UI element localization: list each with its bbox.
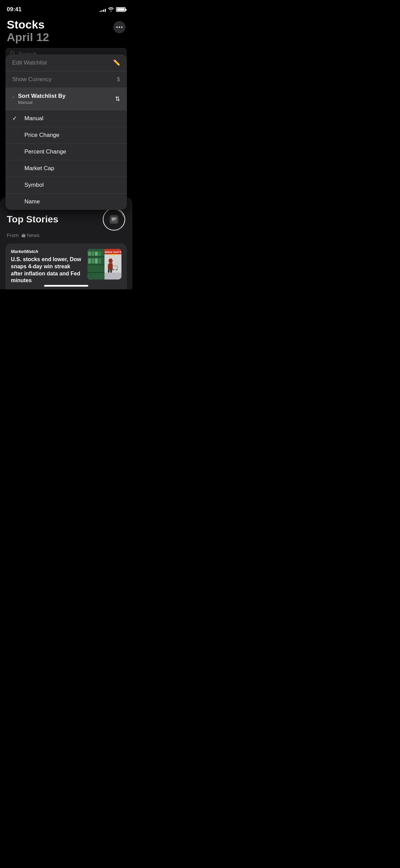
dropdown-menu: Edit Watchlist ✏️ Show Currency $ ˅ Sort… [5, 54, 127, 210]
app-title: Stocks [7, 18, 49, 31]
svg-rect-17 [95, 258, 98, 264]
svg-rect-11 [88, 252, 91, 256]
option-label: Name [24, 198, 40, 205]
sort-option-name[interactable]: Name [5, 194, 127, 210]
sort-current-label: Manual [18, 100, 65, 105]
sort-option-market-cap[interactable]: Market Cap [5, 160, 127, 177]
home-bar [44, 285, 88, 287]
show-currency-item[interactable]: Show Currency $ [5, 71, 127, 88]
currency-icon: $ [117, 76, 120, 83]
news-image: WHOA THAT'S LOW! [88, 249, 121, 279]
signal-icon [100, 7, 106, 12]
option-label: Market Cap [24, 165, 54, 172]
svg-rect-22 [108, 264, 110, 269]
svg-rect-16 [92, 258, 94, 264]
svg-text:WHOA THAT'S: WHOA THAT'S [105, 251, 121, 253]
sort-option-percent-change[interactable]: Percent Change [5, 144, 127, 160]
svg-rect-8 [88, 256, 104, 257]
edit-watchlist-icon: ✏️ [113, 59, 120, 66]
sort-arrows-icon[interactable]: ⇅ [115, 95, 120, 103]
edit-watchlist-label: Edit Watchlist [12, 59, 47, 66]
bottom-panel: Top Stories SUBSCRIBER + EDITION + [0, 197, 132, 289]
top-stories-header: Top Stories SUBSCRIBER + EDITION + [0, 208, 132, 232]
svg-rect-25 [110, 269, 112, 273]
wifi-icon [108, 7, 114, 13]
svg-rect-13 [95, 252, 98, 256]
svg-text:LOW!: LOW! [110, 254, 116, 256]
option-label: Symbol [24, 182, 44, 188]
svg-point-20 [109, 258, 113, 263]
svg-rect-9 [88, 264, 104, 265]
chevron-down-icon: ˅ [12, 96, 15, 102]
svg-rect-5 [111, 216, 117, 222]
status-time: 09:41 [7, 6, 21, 13]
date-number: 12 [36, 31, 49, 43]
date-label: April [7, 31, 33, 43]
status-icons [100, 7, 126, 13]
more-button[interactable] [113, 21, 126, 33]
sort-option-manual[interactable]: ✓ Manual [5, 110, 127, 127]
edit-watchlist-item[interactable]: Edit Watchlist ✏️ [5, 54, 127, 71]
top-stories-title: Top Stories [7, 214, 58, 225]
svg-rect-24 [108, 269, 110, 273]
checkmark-icon: ✓ [12, 115, 19, 122]
status-bar: 09:41 [0, 0, 132, 17]
battery-icon [116, 7, 126, 12]
svg-point-27 [113, 269, 114, 271]
svg-point-28 [116, 269, 117, 271]
header-date: April 12 [7, 31, 49, 43]
sort-watchlist-label: Sort Watchlist By [18, 93, 65, 100]
option-label: Price Change [24, 132, 59, 139]
sort-option-price-change[interactable]: Price Change [5, 127, 127, 144]
sort-header[interactable]: ˅ Sort Watchlist By Manual ⇅ [5, 88, 127, 110]
header: Stocks April 12 [0, 17, 132, 48]
subscriber-badge: SUBSCRIBER + EDITION + [102, 208, 126, 231]
more-dots-icon [116, 26, 122, 28]
show-currency-label: Show Currency [12, 76, 52, 83]
svg-rect-10 [88, 272, 104, 273]
home-indicator [0, 282, 132, 289]
svg-rect-14 [98, 252, 101, 256]
svg-rect-19 [104, 273, 121, 279]
option-label: Percent Change [24, 148, 66, 155]
svg-rect-18 [98, 258, 101, 264]
news-source: MarketWatch [11, 249, 83, 254]
svg-rect-23 [110, 264, 112, 269]
from-news: From News [0, 232, 132, 243]
sort-header-left: ˅ Sort Watchlist By Manual [12, 93, 65, 105]
header-title-group: Stocks April 12 [7, 18, 49, 44]
news-card-text: MarketWatch U.S. stocks end lower, Dow s… [11, 249, 83, 284]
option-label: Manual [24, 115, 43, 122]
sort-option-symbol[interactable]: Symbol [5, 177, 127, 194]
news-headline: U.S. stocks end lower, Dow snaps 4-day w… [11, 256, 83, 284]
svg-rect-15 [88, 258, 91, 264]
svg-rect-12 [92, 252, 94, 256]
